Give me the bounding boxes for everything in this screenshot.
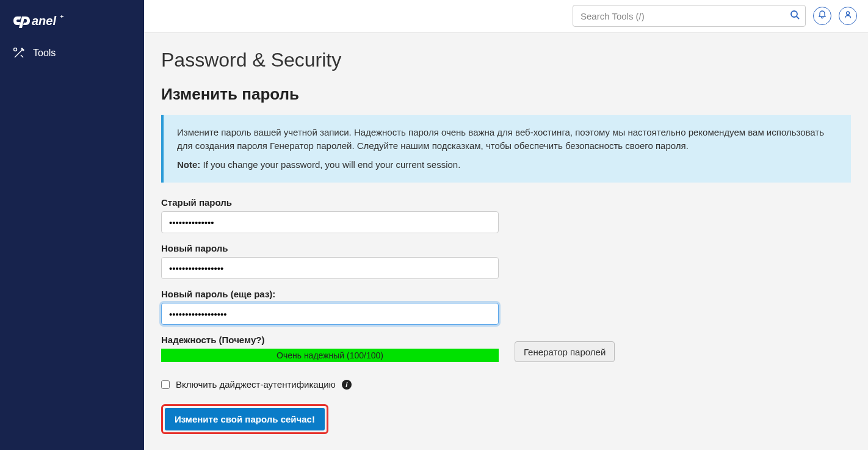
password-generator-button[interactable]: Генератор паролей [515,341,615,362]
confirm-password-input[interactable] [161,303,499,325]
content: Password & Security Изменить пароль Изме… [144,33,868,451]
submit-highlight: Измените свой пароль сейчас! [161,404,328,434]
search-icon[interactable] [790,10,800,22]
info-box: Измените пароль вашей учетной записи. На… [161,115,851,183]
sidebar: anel Tools [0,0,144,450]
tools-icon [13,48,24,59]
bell-icon [818,10,826,21]
sidebar-item-label: Tools [33,48,56,59]
info-text: Измените пароль вашей учетной записи. На… [177,126,837,153]
svg-point-5 [791,11,797,17]
strength-text: Очень надежный (100/100) [277,350,383,360]
user-button[interactable] [839,7,857,25]
section-title: Изменить пароль [161,85,851,104]
notifications-button[interactable] [813,7,831,25]
info-icon[interactable]: i [342,380,352,390]
search-wrap [573,5,806,27]
old-password-label: Старый пароль [161,197,851,208]
old-password-group: Старый пароль [161,197,851,233]
note-text: If you change your password, you will en… [200,159,460,170]
topbar [144,0,868,33]
new-password-input[interactable] [161,257,499,279]
svg-point-7 [847,12,850,15]
svg-point-3 [14,48,17,51]
digest-auth-checkbox[interactable] [161,380,170,389]
cpanel-logo[interactable]: anel [0,0,144,40]
svg-line-4 [21,55,23,57]
strength-bar: Очень надежный (100/100) [161,349,499,362]
strength-label: Надежность (Почему?) [161,335,499,345]
sidebar-item-tools[interactable]: Tools [0,40,144,66]
svg-text:anel: anel [32,14,56,27]
change-password-button[interactable]: Измените свой пароль сейчас! [165,408,325,430]
digest-auth-row: Включить дайджест-аутентификацию i [161,379,851,390]
page-title: Password & Security [161,49,851,71]
info-note: Note: If you change your password, you w… [177,158,837,172]
strength-group: Надежность (Почему?) Очень надежный (100… [161,335,851,362]
new-password-group: Новый пароль [161,243,851,279]
confirm-password-label: Новый пароль (еще раз): [161,289,851,299]
search-input[interactable] [573,5,806,27]
old-password-input[interactable] [161,211,499,233]
digest-auth-label: Включить дайджест-аутентификацию [176,379,336,390]
user-icon [844,10,852,21]
confirm-password-group: Новый пароль (еще раз): [161,289,851,325]
svg-line-6 [797,16,799,19]
svg-line-1 [15,53,19,57]
new-password-label: Новый пароль [161,243,851,253]
note-label: Note: [177,159,200,170]
